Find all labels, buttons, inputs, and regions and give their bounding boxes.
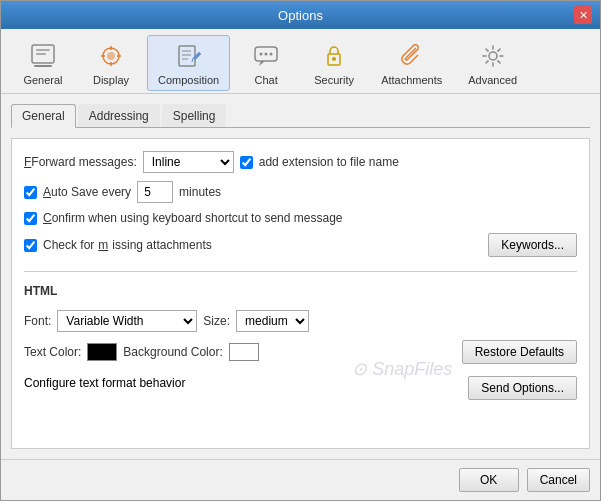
toolbar-item-display[interactable]: Display [79, 35, 143, 91]
footer: OK Cancel [1, 459, 600, 500]
advanced-icon [477, 40, 509, 72]
add-extension-label: add extension to file name [259, 155, 399, 169]
toolbar-item-advanced[interactable]: Advanced [457, 35, 528, 91]
cancel-button[interactable]: Cancel [527, 468, 590, 492]
auto-save-value[interactable] [137, 181, 173, 203]
toolbar-label-security: Security [314, 74, 354, 86]
svg-point-17 [260, 53, 263, 56]
check-attachments-row: Check for missing attachments Keywords..… [24, 233, 577, 257]
auto-save-checkbox[interactable] [24, 186, 37, 199]
forward-messages-select[interactable]: Inline Quoted Attachment [143, 151, 234, 173]
toolbar-item-composition[interactable]: Composition [147, 35, 230, 91]
font-label: Font: [24, 314, 51, 328]
svg-line-14 [192, 58, 193, 62]
size-label: Size: [203, 314, 230, 328]
svg-rect-10 [179, 46, 195, 66]
toolbar-label-advanced: Advanced [468, 74, 517, 86]
svg-point-18 [265, 53, 268, 56]
close-button[interactable]: ✕ [574, 6, 592, 24]
forward-messages-label: FForward messages: [24, 155, 137, 169]
html-divider [24, 271, 577, 272]
confirm-keyboard-row: Confirm when using keyboard shortcut to … [24, 211, 577, 225]
auto-save-label: Auto Save every [43, 185, 131, 199]
toolbar-label-general: General [23, 74, 62, 86]
forward-messages-row: FForward messages: Inline Quoted Attachm… [24, 151, 577, 173]
svg-rect-1 [34, 65, 52, 67]
content-area: General Addressing Spelling FForward mes… [1, 94, 600, 459]
svg-point-21 [332, 57, 336, 61]
font-select[interactable]: Variable Width Fixed Width Arial Times N… [57, 310, 197, 332]
composition-icon [173, 40, 205, 72]
options-window: Options ✕ General Display Composition [0, 0, 601, 501]
toolbar-label-composition: Composition [158, 74, 219, 86]
confirm-keyboard-checkbox[interactable] [24, 212, 37, 225]
ok-button[interactable]: OK [459, 468, 519, 492]
svg-point-19 [270, 53, 273, 56]
html-section-label: HTML [24, 284, 577, 298]
toolbar-item-general[interactable]: General [11, 35, 75, 91]
keywords-button[interactable]: Keywords... [488, 233, 577, 257]
restore-defaults-button[interactable]: Restore Defaults [462, 340, 577, 364]
auto-save-minutes: minutes [179, 185, 221, 199]
background-color-picker[interactable] [229, 343, 259, 361]
color-row: Text Color: Background Color: Restore De… [24, 340, 577, 364]
configure-text-row: Configure text format behavior ⊙ SnapFil… [24, 376, 577, 436]
chat-icon [250, 40, 282, 72]
attachments-icon [396, 40, 428, 72]
toolbar-item-attachments[interactable]: Attachments [370, 35, 453, 91]
check-attachments-checkbox[interactable] [24, 239, 37, 252]
size-select[interactable]: small medium large x-large [236, 310, 309, 332]
svg-rect-2 [36, 49, 50, 51]
text-color-label: Text Color: [24, 345, 81, 359]
display-icon [95, 40, 127, 72]
general-icon [27, 40, 59, 72]
tab-bar: General Addressing Spelling [11, 104, 590, 128]
window-title: Options [27, 8, 574, 23]
options-panel: FForward messages: Inline Quoted Attachm… [11, 138, 590, 449]
toolbar-label-chat: Chat [255, 74, 278, 86]
toolbar-label-display: Display [93, 74, 129, 86]
confirm-keyboard-label: Confirm when using keyboard shortcut to … [43, 211, 343, 225]
toolbar-label-attachments: Attachments [381, 74, 442, 86]
security-icon [318, 40, 350, 72]
check-attachments-label: Check for missing attachments [43, 238, 212, 252]
send-options-button[interactable]: Send Options... [468, 376, 577, 400]
toolbar: General Display Composition Chat Securit… [1, 29, 600, 94]
tab-general[interactable]: General [11, 104, 76, 128]
text-color-picker[interactable] [87, 343, 117, 361]
svg-rect-3 [36, 53, 46, 55]
tab-addressing[interactable]: Addressing [78, 104, 160, 127]
auto-save-row: Auto Save every minutes [24, 181, 577, 203]
tab-spelling[interactable]: Spelling [162, 104, 227, 127]
svg-point-22 [489, 52, 497, 60]
background-color-label: Background Color: [123, 345, 222, 359]
svg-point-5 [107, 52, 115, 60]
toolbar-item-security[interactable]: Security [302, 35, 366, 91]
add-extension-checkbox[interactable] [240, 156, 253, 169]
title-bar: Options ✕ [1, 1, 600, 29]
configure-text-label: Configure text format behavior [24, 376, 185, 390]
font-row: Font: Variable Width Fixed Width Arial T… [24, 310, 577, 332]
toolbar-item-chat[interactable]: Chat [234, 35, 298, 91]
